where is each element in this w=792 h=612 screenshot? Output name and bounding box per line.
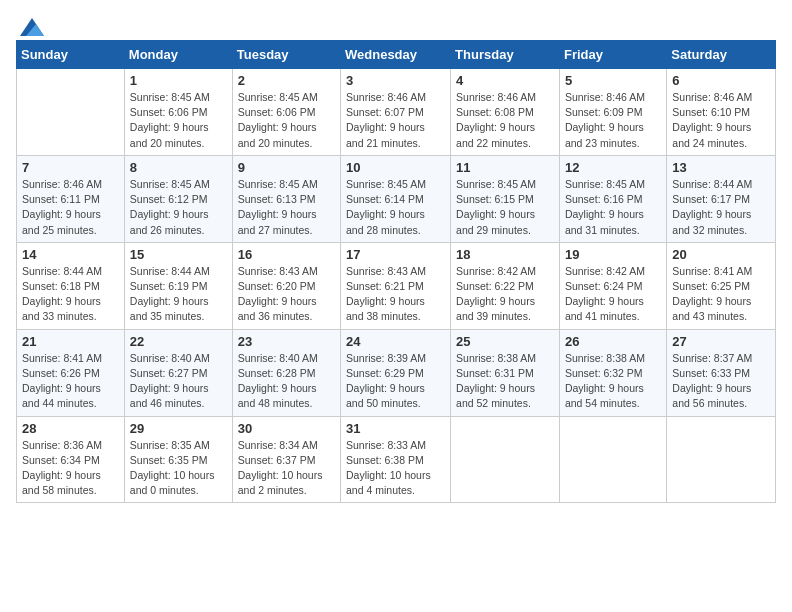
day-info: Sunrise: 8:44 AMSunset: 6:19 PMDaylight:… bbox=[130, 264, 227, 325]
calendar-cell bbox=[667, 416, 776, 503]
day-number: 11 bbox=[456, 160, 554, 175]
day-info: Sunrise: 8:34 AMSunset: 6:37 PMDaylight:… bbox=[238, 438, 335, 499]
calendar-cell: 24Sunrise: 8:39 AMSunset: 6:29 PMDayligh… bbox=[341, 329, 451, 416]
calendar-cell: 29Sunrise: 8:35 AMSunset: 6:35 PMDayligh… bbox=[124, 416, 232, 503]
day-number: 9 bbox=[238, 160, 335, 175]
logo-icon bbox=[18, 16, 46, 38]
day-number: 22 bbox=[130, 334, 227, 349]
calendar-cell: 7Sunrise: 8:46 AMSunset: 6:11 PMDaylight… bbox=[17, 155, 125, 242]
day-number: 15 bbox=[130, 247, 227, 262]
day-info: Sunrise: 8:45 AMSunset: 6:12 PMDaylight:… bbox=[130, 177, 227, 238]
calendar-cell: 15Sunrise: 8:44 AMSunset: 6:19 PMDayligh… bbox=[124, 242, 232, 329]
day-info: Sunrise: 8:46 AMSunset: 6:08 PMDaylight:… bbox=[456, 90, 554, 151]
day-number: 13 bbox=[672, 160, 770, 175]
page-header bbox=[16, 16, 776, 32]
calendar-cell: 17Sunrise: 8:43 AMSunset: 6:21 PMDayligh… bbox=[341, 242, 451, 329]
day-number: 4 bbox=[456, 73, 554, 88]
calendar-cell: 21Sunrise: 8:41 AMSunset: 6:26 PMDayligh… bbox=[17, 329, 125, 416]
day-number: 23 bbox=[238, 334, 335, 349]
day-of-week-header: Sunday bbox=[17, 41, 125, 69]
calendar-cell: 26Sunrise: 8:38 AMSunset: 6:32 PMDayligh… bbox=[559, 329, 666, 416]
day-info: Sunrise: 8:44 AMSunset: 6:17 PMDaylight:… bbox=[672, 177, 770, 238]
calendar-cell: 1Sunrise: 8:45 AMSunset: 6:06 PMDaylight… bbox=[124, 69, 232, 156]
calendar-cell: 11Sunrise: 8:45 AMSunset: 6:15 PMDayligh… bbox=[451, 155, 560, 242]
day-number: 14 bbox=[22, 247, 119, 262]
calendar-cell: 8Sunrise: 8:45 AMSunset: 6:12 PMDaylight… bbox=[124, 155, 232, 242]
day-info: Sunrise: 8:41 AMSunset: 6:25 PMDaylight:… bbox=[672, 264, 770, 325]
day-info: Sunrise: 8:43 AMSunset: 6:21 PMDaylight:… bbox=[346, 264, 445, 325]
day-info: Sunrise: 8:45 AMSunset: 6:14 PMDaylight:… bbox=[346, 177, 445, 238]
day-info: Sunrise: 8:43 AMSunset: 6:20 PMDaylight:… bbox=[238, 264, 335, 325]
day-info: Sunrise: 8:41 AMSunset: 6:26 PMDaylight:… bbox=[22, 351, 119, 412]
day-of-week-header: Saturday bbox=[667, 41, 776, 69]
day-number: 10 bbox=[346, 160, 445, 175]
calendar-cell: 31Sunrise: 8:33 AMSunset: 6:38 PMDayligh… bbox=[341, 416, 451, 503]
day-info: Sunrise: 8:46 AMSunset: 6:10 PMDaylight:… bbox=[672, 90, 770, 151]
calendar-table: SundayMondayTuesdayWednesdayThursdayFrid… bbox=[16, 40, 776, 503]
calendar-cell: 6Sunrise: 8:46 AMSunset: 6:10 PMDaylight… bbox=[667, 69, 776, 156]
calendar-cell: 23Sunrise: 8:40 AMSunset: 6:28 PMDayligh… bbox=[232, 329, 340, 416]
day-number: 2 bbox=[238, 73, 335, 88]
calendar-cell: 19Sunrise: 8:42 AMSunset: 6:24 PMDayligh… bbox=[559, 242, 666, 329]
day-info: Sunrise: 8:35 AMSunset: 6:35 PMDaylight:… bbox=[130, 438, 227, 499]
calendar-cell: 2Sunrise: 8:45 AMSunset: 6:06 PMDaylight… bbox=[232, 69, 340, 156]
day-number: 5 bbox=[565, 73, 661, 88]
calendar-week-row: 21Sunrise: 8:41 AMSunset: 6:26 PMDayligh… bbox=[17, 329, 776, 416]
day-info: Sunrise: 8:38 AMSunset: 6:31 PMDaylight:… bbox=[456, 351, 554, 412]
day-number: 6 bbox=[672, 73, 770, 88]
calendar-cell bbox=[451, 416, 560, 503]
calendar-cell: 14Sunrise: 8:44 AMSunset: 6:18 PMDayligh… bbox=[17, 242, 125, 329]
day-info: Sunrise: 8:45 AMSunset: 6:06 PMDaylight:… bbox=[238, 90, 335, 151]
day-info: Sunrise: 8:44 AMSunset: 6:18 PMDaylight:… bbox=[22, 264, 119, 325]
day-info: Sunrise: 8:42 AMSunset: 6:22 PMDaylight:… bbox=[456, 264, 554, 325]
day-number: 8 bbox=[130, 160, 227, 175]
day-number: 16 bbox=[238, 247, 335, 262]
day-info: Sunrise: 8:45 AMSunset: 6:06 PMDaylight:… bbox=[130, 90, 227, 151]
calendar-cell: 22Sunrise: 8:40 AMSunset: 6:27 PMDayligh… bbox=[124, 329, 232, 416]
day-number: 31 bbox=[346, 421, 445, 436]
day-number: 12 bbox=[565, 160, 661, 175]
calendar-cell: 27Sunrise: 8:37 AMSunset: 6:33 PMDayligh… bbox=[667, 329, 776, 416]
calendar-week-row: 7Sunrise: 8:46 AMSunset: 6:11 PMDaylight… bbox=[17, 155, 776, 242]
calendar-cell bbox=[559, 416, 666, 503]
calendar-cell: 28Sunrise: 8:36 AMSunset: 6:34 PMDayligh… bbox=[17, 416, 125, 503]
calendar-cell: 4Sunrise: 8:46 AMSunset: 6:08 PMDaylight… bbox=[451, 69, 560, 156]
calendar-cell: 18Sunrise: 8:42 AMSunset: 6:22 PMDayligh… bbox=[451, 242, 560, 329]
calendar-cell: 3Sunrise: 8:46 AMSunset: 6:07 PMDaylight… bbox=[341, 69, 451, 156]
calendar-cell: 30Sunrise: 8:34 AMSunset: 6:37 PMDayligh… bbox=[232, 416, 340, 503]
calendar-week-row: 28Sunrise: 8:36 AMSunset: 6:34 PMDayligh… bbox=[17, 416, 776, 503]
day-number: 24 bbox=[346, 334, 445, 349]
day-number: 30 bbox=[238, 421, 335, 436]
day-info: Sunrise: 8:46 AMSunset: 6:09 PMDaylight:… bbox=[565, 90, 661, 151]
day-info: Sunrise: 8:42 AMSunset: 6:24 PMDaylight:… bbox=[565, 264, 661, 325]
day-info: Sunrise: 8:45 AMSunset: 6:16 PMDaylight:… bbox=[565, 177, 661, 238]
day-info: Sunrise: 8:33 AMSunset: 6:38 PMDaylight:… bbox=[346, 438, 445, 499]
calendar-cell: 13Sunrise: 8:44 AMSunset: 6:17 PMDayligh… bbox=[667, 155, 776, 242]
calendar-week-row: 14Sunrise: 8:44 AMSunset: 6:18 PMDayligh… bbox=[17, 242, 776, 329]
day-info: Sunrise: 8:46 AMSunset: 6:07 PMDaylight:… bbox=[346, 90, 445, 151]
calendar-cell bbox=[17, 69, 125, 156]
day-info: Sunrise: 8:39 AMSunset: 6:29 PMDaylight:… bbox=[346, 351, 445, 412]
day-of-week-header: Wednesday bbox=[341, 41, 451, 69]
calendar-week-row: 1Sunrise: 8:45 AMSunset: 6:06 PMDaylight… bbox=[17, 69, 776, 156]
day-info: Sunrise: 8:45 AMSunset: 6:15 PMDaylight:… bbox=[456, 177, 554, 238]
calendar-cell: 12Sunrise: 8:45 AMSunset: 6:16 PMDayligh… bbox=[559, 155, 666, 242]
logo bbox=[16, 16, 46, 32]
day-number: 26 bbox=[565, 334, 661, 349]
calendar-header-row: SundayMondayTuesdayWednesdayThursdayFrid… bbox=[17, 41, 776, 69]
day-of-week-header: Friday bbox=[559, 41, 666, 69]
day-number: 29 bbox=[130, 421, 227, 436]
calendar-cell: 5Sunrise: 8:46 AMSunset: 6:09 PMDaylight… bbox=[559, 69, 666, 156]
calendar-cell: 20Sunrise: 8:41 AMSunset: 6:25 PMDayligh… bbox=[667, 242, 776, 329]
calendar-cell: 25Sunrise: 8:38 AMSunset: 6:31 PMDayligh… bbox=[451, 329, 560, 416]
day-number: 17 bbox=[346, 247, 445, 262]
calendar-cell: 9Sunrise: 8:45 AMSunset: 6:13 PMDaylight… bbox=[232, 155, 340, 242]
day-number: 1 bbox=[130, 73, 227, 88]
day-info: Sunrise: 8:40 AMSunset: 6:28 PMDaylight:… bbox=[238, 351, 335, 412]
day-info: Sunrise: 8:36 AMSunset: 6:34 PMDaylight:… bbox=[22, 438, 119, 499]
day-number: 27 bbox=[672, 334, 770, 349]
day-info: Sunrise: 8:45 AMSunset: 6:13 PMDaylight:… bbox=[238, 177, 335, 238]
day-number: 20 bbox=[672, 247, 770, 262]
day-number: 21 bbox=[22, 334, 119, 349]
day-number: 19 bbox=[565, 247, 661, 262]
